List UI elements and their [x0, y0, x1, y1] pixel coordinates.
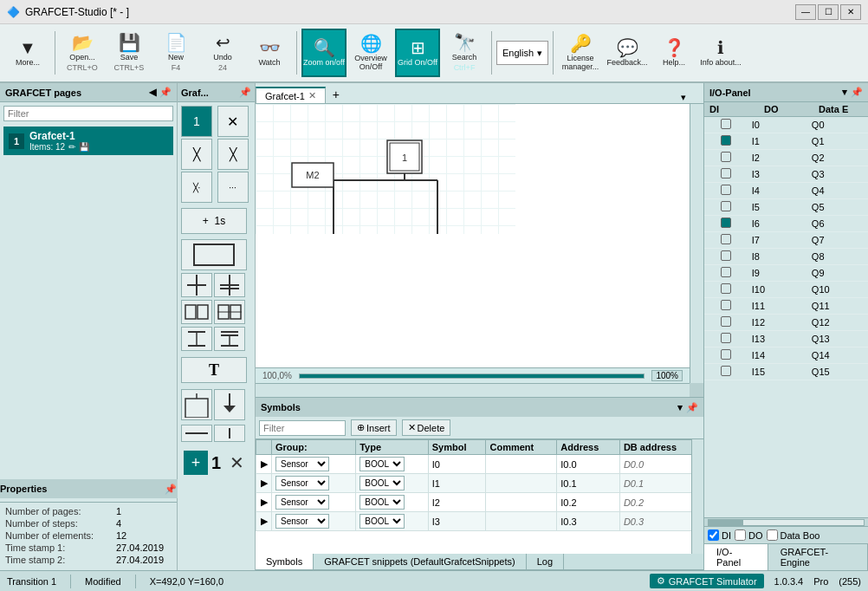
- tab-grafcet1[interactable]: Grafcet-1 ✕: [256, 87, 326, 103]
- delete-button[interactable]: ✕: [224, 451, 249, 475]
- di-led-cell[interactable]: [704, 166, 748, 183]
- tool-transition-a[interactable]: [181, 273, 212, 297]
- close-button[interactable]: ✕: [840, 4, 861, 20]
- type-select[interactable]: BOOL INT REAL: [360, 495, 405, 510]
- pages-filter-input[interactable]: [3, 106, 173, 121]
- di-led[interactable]: [721, 349, 731, 360]
- zoom-button[interactable]: 🔍 Zoom on/off: [301, 29, 347, 77]
- io-pin-icon[interactable]: 📌: [851, 87, 863, 98]
- bottom-tab-symbols[interactable]: Symbols: [256, 554, 314, 569]
- tool-step-box[interactable]: [181, 239, 247, 270]
- search-button[interactable]: 🔭 Search Ctrl+F: [442, 29, 487, 77]
- tool-branch-b[interactable]: [214, 327, 245, 351]
- symbols-insert-button[interactable]: ⊕ Insert: [351, 419, 397, 436]
- type-select[interactable]: BOOL INT REAL: [360, 476, 405, 490]
- group-select[interactable]: Sensor Actuator Other: [275, 476, 329, 490]
- grafcet-page-item[interactable]: 1 Grafcet-1 Items: 12 ✏ 💾: [3, 127, 173, 155]
- col-symbol[interactable]: Symbol: [428, 440, 486, 455]
- di-led-cell[interactable]: [704, 232, 748, 249]
- di-led[interactable]: [721, 283, 731, 294]
- open-button[interactable]: 📂 Open... CTRL+O: [60, 29, 105, 77]
- di-led-cell[interactable]: [704, 315, 748, 331]
- di-led-cell[interactable]: [704, 150, 748, 166]
- add-button[interactable]: +: [184, 451, 208, 475]
- type-select[interactable]: BOOL INT REAL: [360, 457, 405, 471]
- tool-close-1[interactable]: ✕: [217, 106, 249, 137]
- tool-timing[interactable]: + 1s: [181, 208, 247, 234]
- license-button[interactable]: 🔑 License manager...: [558, 29, 603, 77]
- symbols-filter-input[interactable]: [259, 420, 346, 436]
- di-led-cell[interactable]: [704, 331, 748, 347]
- di-led-cell[interactable]: [704, 282, 748, 298]
- undo-button[interactable]: ↩ Undo 24: [200, 29, 245, 77]
- di-led[interactable]: [721, 201, 731, 211]
- di-led-cell[interactable]: [704, 249, 748, 265]
- group-select[interactable]: Sensor Actuator Other: [275, 514, 329, 529]
- io-panel-tab[interactable]: I/O-Panel: [704, 544, 768, 570]
- di-checkbox[interactable]: [708, 529, 719, 541]
- canvas-dropdown[interactable]: ▾: [681, 92, 686, 103]
- props-pin-icon[interactable]: 📌: [165, 484, 177, 494]
- col-address[interactable]: Address: [557, 440, 620, 455]
- grafcet-engine-tab[interactable]: GRAFCET-Engine: [768, 544, 868, 570]
- tab-close-icon[interactable]: ✕: [308, 90, 316, 101]
- di-led[interactable]: [721, 366, 731, 376]
- tool-transition-b[interactable]: [214, 273, 245, 297]
- di-led-cell[interactable]: [704, 183, 748, 199]
- tool-branch-a[interactable]: [181, 327, 212, 351]
- do-checkbox-label[interactable]: DO: [735, 529, 763, 541]
- table-row[interactable]: ▶ Sensor Actuator Other BOOL INT REAL I2…: [256, 493, 703, 512]
- do-checkbox[interactable]: [735, 529, 746, 541]
- expand-cell[interactable]: ▶: [256, 493, 272, 512]
- tool-text[interactable]: T: [181, 357, 247, 383]
- table-row[interactable]: ▶ Sensor Actuator Other BOOL INT REAL I0…: [256, 455, 703, 474]
- tool-line-h[interactable]: [181, 425, 212, 442]
- tab-add-button[interactable]: +: [326, 86, 347, 103]
- expand-cell[interactable]: ▶: [256, 474, 272, 493]
- help-button[interactable]: ❓ Help...: [651, 29, 696, 77]
- group-select[interactable]: Sensor Actuator Other: [275, 495, 329, 510]
- table-row[interactable]: ▶ Sensor Actuator Other BOOL INT REAL I3…: [256, 512, 703, 531]
- symbols-delete-button[interactable]: ✕ Delete: [402, 419, 451, 436]
- di-led[interactable]: [721, 135, 731, 146]
- col-comment[interactable]: Comment: [486, 440, 557, 455]
- table-row[interactable]: ▶ Sensor Actuator Other BOOL INT REAL I1…: [256, 474, 703, 493]
- symbols-scrollbar[interactable]: [691, 439, 703, 554]
- symbols-collapse-icon[interactable]: ▾: [677, 402, 683, 413]
- feedback-button[interactable]: 💬 Feedback...: [605, 29, 650, 77]
- pin-icon[interactable]: 📌: [159, 87, 172, 98]
- symbols-pin-icon[interactable]: 📌: [686, 402, 698, 413]
- tool-cross-2[interactable]: ╳: [217, 139, 249, 170]
- col-type[interactable]: Type: [356, 440, 429, 455]
- watch-button[interactable]: 👓 Watch: [247, 29, 292, 77]
- tool-cross-3[interactable]: ╳·: [181, 172, 212, 203]
- tool-step-1[interactable]: 1: [181, 106, 212, 137]
- expand-cell[interactable]: ▶: [256, 512, 272, 531]
- di-led[interactable]: [721, 267, 731, 277]
- di-led-cell[interactable]: [704, 298, 748, 315]
- di-led[interactable]: [721, 300, 731, 310]
- tool-arrow-down[interactable]: [214, 389, 245, 420]
- io-collapse-icon[interactable]: ▾: [842, 87, 847, 98]
- di-led[interactable]: [721, 234, 731, 244]
- save-page-icon[interactable]: 💾: [79, 142, 89, 152]
- di-led-cell[interactable]: [704, 133, 748, 150]
- databoo-checkbox-label[interactable]: Data Boo: [767, 529, 820, 541]
- di-led-cell[interactable]: [704, 347, 748, 364]
- canvas-scroll-horizontal[interactable]: [256, 383, 690, 397]
- di-led-cell[interactable]: [704, 117, 748, 133]
- canvas-scroll-vertical[interactable]: [690, 104, 703, 383]
- tool-cross-1[interactable]: ╳: [181, 139, 212, 170]
- io-h-scroll[interactable]: [704, 517, 868, 526]
- more-button[interactable]: ▼ More...: [5, 29, 50, 77]
- tool-step-add[interactable]: [181, 389, 212, 420]
- tool-line-v[interactable]: [214, 425, 245, 442]
- maximize-button[interactable]: ☐: [818, 4, 839, 20]
- minimize-button[interactable]: —: [795, 4, 816, 20]
- info-button[interactable]: ℹ Info about...: [698, 29, 743, 77]
- di-led[interactable]: [721, 152, 731, 162]
- bottom-tab-log[interactable]: Log: [527, 554, 564, 569]
- di-led[interactable]: [721, 250, 731, 261]
- di-led[interactable]: [721, 316, 731, 327]
- di-led[interactable]: [721, 185, 731, 195]
